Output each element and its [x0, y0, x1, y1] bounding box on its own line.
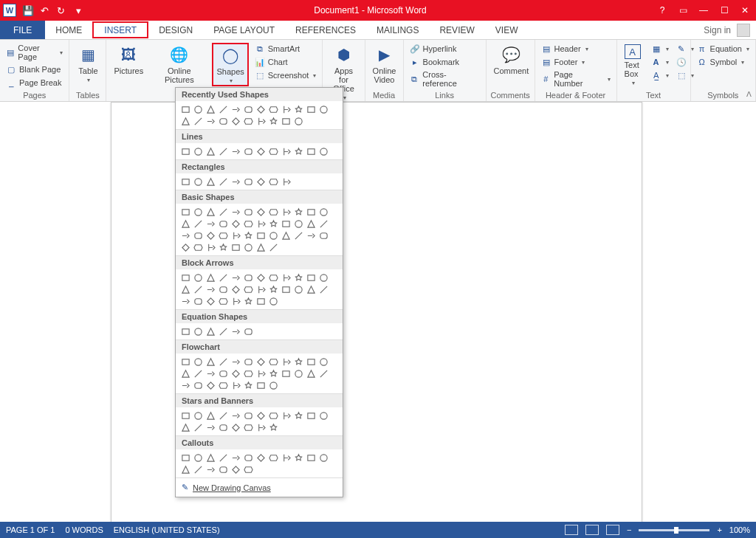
shape-option[interactable]: [192, 145, 205, 157]
shape-option[interactable]: [317, 410, 330, 421]
cross-reference-button[interactable]: ⧉Cross-reference: [408, 69, 481, 89]
shape-option[interactable]: [205, 356, 217, 368]
tab-view[interactable]: VIEW: [485, 21, 529, 39]
shape-option[interactable]: [292, 410, 305, 421]
shape-option[interactable]: [179, 176, 192, 187]
shape-option[interactable]: [192, 295, 205, 307]
shape-option[interactable]: [267, 452, 280, 463]
shape-option[interactable]: [192, 368, 205, 379]
shape-option[interactable]: [255, 230, 267, 241]
shape-option[interactable]: [255, 379, 267, 391]
wordart-button[interactable]: A▾: [650, 56, 670, 68]
shape-option[interactable]: [242, 218, 255, 230]
comment-button[interactable]: 💬Comment: [491, 43, 532, 77]
page-number-button[interactable]: #Page Number▾: [540, 69, 612, 89]
shape-option[interactable]: [230, 356, 242, 368]
shape-option[interactable]: [205, 325, 217, 337]
shape-option[interactable]: [255, 356, 267, 368]
shape-option[interactable]: [179, 452, 192, 463]
shape-option[interactable]: [205, 452, 217, 463]
shape-option[interactable]: [205, 421, 217, 433]
shape-option[interactable]: [267, 218, 280, 230]
shape-option[interactable]: [267, 421, 280, 433]
shape-option[interactable]: [305, 145, 317, 157]
help-icon[interactable]: ?: [656, 5, 669, 15]
shape-option[interactable]: [179, 356, 192, 368]
shape-option[interactable]: [267, 103, 280, 115]
shape-option[interactable]: [205, 463, 217, 475]
shape-option[interactable]: [267, 206, 280, 218]
shape-option[interactable]: [255, 410, 267, 421]
shape-option[interactable]: [230, 206, 242, 218]
shape-option[interactable]: [267, 283, 280, 295]
tab-design[interactable]: DESIGN: [148, 21, 203, 39]
print-layout-icon[interactable]: [585, 525, 599, 535]
shape-option[interactable]: [292, 356, 305, 368]
shape-option[interactable]: [255, 295, 267, 307]
online-pictures-button[interactable]: 🌐Online Pictures: [151, 43, 207, 86]
shape-option[interactable]: [267, 379, 280, 391]
shape-option[interactable]: [267, 272, 280, 283]
shape-option[interactable]: [230, 283, 242, 295]
shape-option[interactable]: [305, 206, 317, 218]
shape-option[interactable]: [242, 206, 255, 218]
shape-option[interactable]: [305, 218, 317, 230]
shape-option[interactable]: [179, 230, 192, 241]
shape-option[interactable]: [205, 218, 217, 230]
shape-option[interactable]: [192, 272, 205, 283]
shape-option[interactable]: [317, 272, 330, 283]
shape-option[interactable]: [305, 368, 317, 379]
shape-option[interactable]: [217, 463, 230, 475]
text-box-button[interactable]: A Text Box▾: [622, 43, 644, 88]
shape-option[interactable]: [179, 272, 192, 283]
shape-option[interactable]: [292, 272, 305, 283]
shape-option[interactable]: [292, 368, 305, 379]
shape-option[interactable]: [255, 206, 267, 218]
shape-option[interactable]: [230, 145, 242, 157]
shape-option[interactable]: [179, 206, 192, 218]
shape-option[interactable]: [292, 218, 305, 230]
shape-option[interactable]: [205, 379, 217, 391]
shape-option[interactable]: [192, 103, 205, 115]
web-layout-icon[interactable]: [606, 525, 619, 535]
shape-option[interactable]: [230, 218, 242, 230]
shape-option[interactable]: [179, 325, 192, 337]
shape-option[interactable]: [192, 230, 205, 241]
shape-option[interactable]: [317, 218, 330, 230]
shape-option[interactable]: [217, 272, 230, 283]
shape-option[interactable]: [179, 368, 192, 379]
shape-option[interactable]: [217, 379, 230, 391]
shape-option[interactable]: [242, 379, 255, 391]
shape-option[interactable]: [255, 176, 267, 187]
shape-option[interactable]: [205, 206, 217, 218]
shape-option[interactable]: [242, 410, 255, 421]
tab-review[interactable]: REVIEW: [429, 21, 484, 39]
screenshot-button[interactable]: ⬚Screenshot▾: [253, 69, 318, 81]
bookmark-button[interactable]: ▸Bookmark: [408, 56, 481, 68]
shape-option[interactable]: [192, 452, 205, 463]
shape-option[interactable]: [179, 283, 192, 295]
shape-option[interactable]: [255, 283, 267, 295]
shape-option[interactable]: [230, 115, 242, 127]
equation-button[interactable]: πEquation▾: [695, 43, 751, 55]
shape-option[interactable]: [217, 241, 230, 253]
chart-button[interactable]: 📊Chart: [253, 56, 318, 68]
shape-option[interactable]: [317, 452, 330, 463]
shape-option[interactable]: [179, 379, 192, 391]
shapes-button[interactable]: ◯ Shapes▾: [212, 43, 248, 86]
shape-option[interactable]: [255, 241, 267, 253]
shape-option[interactable]: [292, 452, 305, 463]
shape-option[interactable]: [217, 368, 230, 379]
shape-option[interactable]: [242, 368, 255, 379]
shape-option[interactable]: [280, 103, 292, 115]
shape-option[interactable]: [317, 206, 330, 218]
shape-option[interactable]: [280, 176, 292, 187]
close-icon[interactable]: ✕: [738, 5, 752, 15]
new-drawing-canvas-button[interactable]: ✎ New Drawing Canvas: [176, 477, 343, 497]
shape-option[interactable]: [192, 283, 205, 295]
shape-option[interactable]: [179, 218, 192, 230]
shape-option[interactable]: [205, 230, 217, 241]
shape-option[interactable]: [192, 115, 205, 127]
shape-option[interactable]: [230, 452, 242, 463]
shape-option[interactable]: [242, 176, 255, 187]
